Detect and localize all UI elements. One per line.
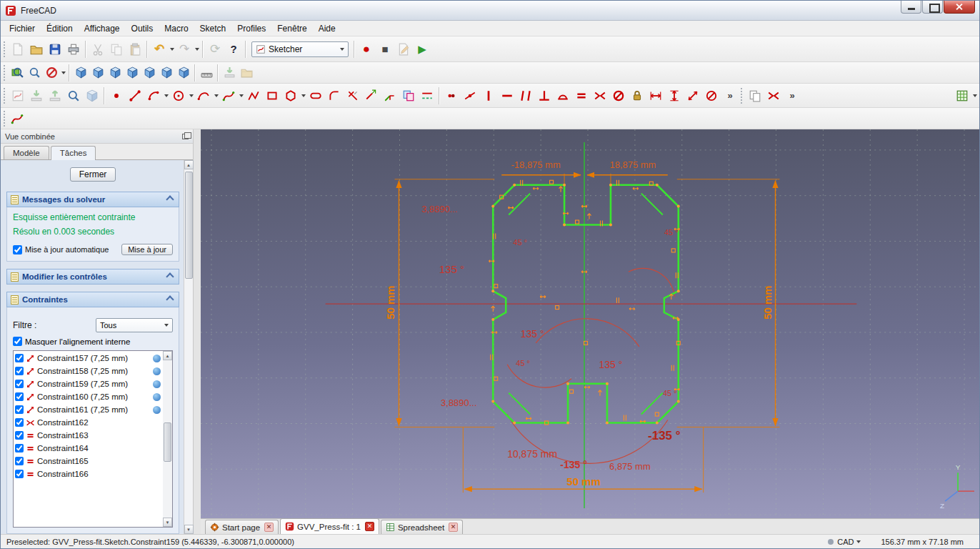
grid-settings-button[interactable]: [953, 86, 971, 105]
macro-play-button[interactable]: ▶: [413, 40, 431, 59]
workbench-selector[interactable]: Sketcher: [251, 41, 349, 57]
scroll-thumb[interactable]: [185, 172, 193, 279]
create-line-button[interactable]: [126, 86, 144, 105]
create-rectangle-button[interactable]: [263, 86, 281, 105]
dim-label[interactable]: -18,875 mm: [511, 159, 561, 170]
constrain-equal-button[interactable]: [572, 86, 591, 105]
circle-dropdown[interactable]: [188, 86, 194, 105]
angle-label[interactable]: 45 °: [664, 228, 679, 237]
print-button[interactable]: [64, 40, 83, 59]
view-top-button[interactable]: [106, 64, 124, 81]
undo-button[interactable]: ↶: [150, 40, 169, 59]
constraint-visible-checkbox[interactable]: [15, 380, 24, 388]
create-bspline-button[interactable]: [219, 86, 238, 105]
constrain-vertical-distance-button[interactable]: [665, 86, 684, 105]
update-button[interactable]: Mise à jour: [121, 244, 173, 255]
constrain-coincident-button[interactable]: [442, 86, 461, 105]
filter-dropdown[interactable]: Tous: [96, 318, 173, 332]
menu-edition[interactable]: Édition: [41, 21, 79, 36]
copy-button[interactable]: [107, 40, 126, 59]
create-polyline-button[interactable]: [244, 86, 263, 105]
tab-gvv-press-fit[interactable]: GVV_Press-fit : 1 ✕: [280, 518, 379, 534]
scroll-down-icon[interactable]: ▼: [163, 518, 172, 527]
dim-label[interactable]: 50 mm: [566, 475, 600, 488]
save-button[interactable]: [46, 40, 64, 59]
toolbar-grip[interactable]: [4, 111, 7, 127]
menu-fichier[interactable]: Fichier: [4, 21, 41, 36]
macro-edit-button[interactable]: [394, 40, 413, 59]
constraint-row[interactable]: Constraint164: [15, 442, 163, 455]
arc-dropdown[interactable]: [163, 86, 169, 105]
constraint-row[interactable]: Constraint163: [15, 429, 163, 442]
dim-label[interactable]: 50 mm: [384, 285, 396, 319]
float-panel-icon[interactable]: [182, 134, 189, 139]
constraint-row[interactable]: Constraint165: [15, 455, 163, 468]
zoom-selection-button[interactable]: [26, 64, 43, 81]
whats-this-button[interactable]: ?: [224, 40, 243, 59]
constrain-perpendicular-button[interactable]: [535, 86, 554, 105]
edit-controls-header[interactable]: Modifier les contrôles: [6, 269, 179, 285]
view-bottom-button[interactable]: [158, 64, 175, 81]
close-tab-icon[interactable]: ✕: [365, 522, 374, 531]
angle-label[interactable]: 135 °: [521, 328, 544, 340]
angle-label[interactable]: -135 °: [560, 459, 586, 470]
view-right-button[interactable]: [124, 64, 141, 81]
create-point-button[interactable]: [107, 86, 126, 105]
constraint-row[interactable]: Constraint160 (7,25 mm): [15, 390, 163, 403]
constrain-horizontal-distance-button[interactable]: [646, 86, 665, 105]
texture-mapping-button[interactable]: [238, 64, 255, 81]
angle-label[interactable]: 45 °: [516, 359, 530, 367]
constrain-horizontal-button[interactable]: [498, 86, 516, 105]
leave-sketch-button[interactable]: [46, 86, 64, 105]
constraint-visible-checkbox[interactable]: [15, 405, 24, 414]
bspline-dropdown[interactable]: [238, 86, 244, 105]
fillet-button[interactable]: [325, 86, 344, 105]
attach-sketch-button[interactable]: [27, 86, 46, 105]
constrain-vertical-button[interactable]: [479, 86, 498, 105]
dimension-labels[interactable]: -18,875 mm 18,875 mm 3,8890... 135 ° 50 …: [384, 159, 773, 488]
view-axonometric-button[interactable]: [72, 64, 89, 81]
constrain-parallel-button[interactable]: [516, 86, 535, 105]
constraint-list-scrollbar[interactable]: ▲ ▼: [163, 351, 172, 527]
collapse-icon[interactable]: [166, 195, 174, 203]
constrain-symmetric-button[interactable]: [591, 86, 609, 105]
new-file-button[interactable]: [9, 40, 27, 59]
constraint-info-icon[interactable]: [153, 406, 161, 414]
menu-sketch[interactable]: Sketch: [194, 21, 232, 36]
constraint-row[interactable]: Constraint161 (7,25 mm): [15, 403, 163, 416]
sketch-tools-overflow-button[interactable]: »: [783, 86, 801, 105]
collapse-icon[interactable]: [166, 295, 174, 303]
toolbar-grip[interactable]: [4, 65, 7, 81]
constrain-point-on-object-button[interactable]: [461, 86, 479, 105]
constraints-overflow-button[interactable]: »: [721, 86, 739, 105]
dimension-lines[interactable]: [399, 175, 775, 489]
constraint-visible-checkbox[interactable]: [15, 367, 24, 375]
draw-style-dropdown[interactable]: [60, 64, 66, 82]
scroll-up-icon[interactable]: ▲: [163, 351, 172, 360]
menu-affichage[interactable]: Affichage: [79, 21, 126, 36]
bspline-info-button[interactable]: [9, 110, 26, 127]
macro-record-button[interactable]: ●: [357, 40, 376, 59]
open-file-button[interactable]: [27, 40, 46, 59]
constrain-block-button[interactable]: [609, 86, 628, 105]
constraint-info-icon[interactable]: [153, 367, 161, 375]
tasks-panel-scrollbar[interactable]: ▲ ▼: [184, 160, 193, 534]
tab-spreadsheet[interactable]: Spreadsheet ✕: [381, 520, 463, 534]
fermer-button[interactable]: Fermer: [70, 167, 116, 182]
macro-stop-button[interactable]: ■: [376, 40, 394, 59]
constraint-info-icon[interactable]: [153, 355, 161, 362]
constraint-visible-checkbox[interactable]: [15, 392, 24, 401]
constraint-row[interactable]: Constraint162: [15, 416, 163, 429]
constraint-info-icon[interactable]: [153, 380, 161, 388]
angle-label[interactable]: 135 °: [599, 359, 623, 370]
nav-style-selector[interactable]: CAD: [828, 538, 861, 546]
dim-label[interactable]: 3,8890...: [441, 397, 476, 408]
scroll-up-icon[interactable]: ▲: [184, 160, 194, 169]
constraint-visible-checkbox[interactable]: [15, 444, 24, 452]
polygon-dropdown[interactable]: [300, 86, 306, 105]
close-tab-icon[interactable]: ✕: [449, 523, 458, 532]
dim-label[interactable]: 10,875 mm: [507, 448, 557, 460]
edit-sketch-button[interactable]: [9, 86, 27, 105]
constraint-visible-checkbox[interactable]: [15, 354, 24, 362]
clipping-plane-button[interactable]: [221, 64, 238, 81]
